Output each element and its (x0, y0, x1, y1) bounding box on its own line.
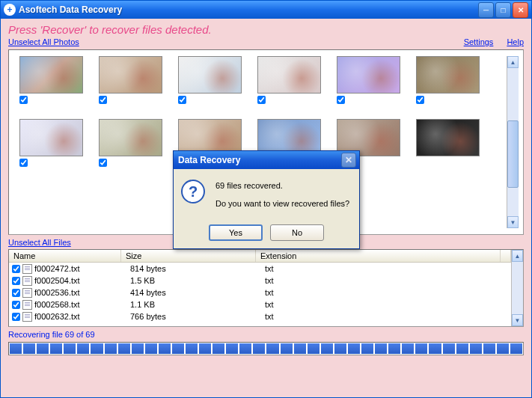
file-checkbox[interactable] (12, 313, 20, 321)
help-link[interactable]: Help (507, 37, 524, 46)
scroll-down-icon[interactable]: ▼ (512, 314, 523, 326)
dialog-line2: Do you want to view recovered files? (215, 198, 349, 209)
photo-item[interactable] (416, 119, 483, 167)
photo-checkbox[interactable] (257, 96, 266, 104)
photo-item[interactable] (99, 56, 166, 104)
yes-button[interactable]: Yes (209, 224, 263, 241)
file-name: f0002504.txt (34, 276, 130, 285)
file-name: f0002536.txt (34, 288, 130, 297)
scroll-thumb[interactable] (507, 120, 519, 188)
photo-item[interactable] (99, 119, 166, 167)
table-row[interactable]: f0002632.txt766 bytestxt (9, 310, 511, 322)
settings-link[interactable]: Settings (464, 37, 494, 46)
photo-thumbnail[interactable] (416, 56, 480, 94)
question-icon: ? (181, 180, 205, 203)
photo-thumbnail[interactable] (99, 56, 162, 94)
photo-thumbnail[interactable] (337, 56, 400, 94)
file-checkbox[interactable] (12, 265, 20, 273)
photo-thumbnail[interactable] (257, 56, 321, 94)
main-window: + Asoftech Data Recovery ─ □ ✕ Press 'Re… (0, 0, 532, 398)
dialog-message: 69 files recovered. Do you want to view … (215, 180, 349, 215)
file-name: f0002568.txt (34, 300, 130, 309)
photo-item[interactable] (337, 56, 404, 104)
file-name: f0002472.txt (34, 264, 130, 273)
file-panel: Name Size Extension f0002472.txt814 byte… (8, 249, 524, 327)
status-text: Recovering file 69 of 69 (8, 330, 524, 339)
file-table-header: Name Size Extension (9, 250, 511, 263)
dialog-titlebar: Data Recovery ✕ (174, 151, 359, 169)
photo-checkbox[interactable] (99, 159, 107, 167)
progress-bar (8, 342, 524, 355)
file-checkbox[interactable] (12, 289, 20, 297)
minimize-button[interactable]: ─ (478, 2, 494, 18)
photo-item[interactable] (178, 56, 245, 104)
file-icon (22, 276, 32, 286)
app-icon: + (4, 4, 16, 16)
file-icon (22, 312, 32, 322)
photo-checkbox[interactable] (19, 96, 28, 104)
file-scrollbar[interactable]: ▲ ▼ (511, 250, 523, 326)
recovery-dialog: Data Recovery ✕ ? 69 files recovered. Do… (173, 150, 360, 249)
file-size: 814 bytes (130, 264, 265, 273)
photo-thumbnail[interactable] (19, 56, 83, 94)
photo-item[interactable] (19, 119, 87, 167)
table-row[interactable]: f0002504.txt1.5 KBtxt (9, 275, 511, 287)
app-title: Asoftech Data Recovery (19, 4, 478, 15)
table-row[interactable]: f0002472.txt814 bytestxt (9, 263, 511, 275)
col-name[interactable]: Name (9, 250, 121, 262)
photo-scrollbar[interactable]: ▲ ▼ (507, 56, 519, 228)
maximize-button[interactable]: □ (495, 2, 511, 18)
file-ext: txt (265, 312, 511, 321)
file-size: 414 bytes (130, 288, 265, 297)
file-ext: txt (265, 264, 511, 273)
close-button[interactable]: ✕ (513, 2, 528, 18)
instruction-text: Press 'Recover' to recover files detecte… (8, 23, 524, 36)
unselect-files-link[interactable]: Unselect All Files (8, 238, 71, 247)
file-ext: txt (265, 300, 511, 309)
unselect-photos-link[interactable]: Unselect All Photos (8, 37, 79, 46)
dialog-close-button[interactable]: ✕ (341, 153, 356, 168)
file-icon (22, 288, 32, 298)
photo-thumbnail[interactable] (99, 119, 162, 156)
file-size: 766 bytes (130, 312, 265, 321)
scroll-down-icon[interactable]: ▼ (507, 216, 519, 228)
photo-thumbnail[interactable] (19, 119, 83, 156)
scroll-track[interactable] (507, 68, 519, 216)
file-icon (22, 264, 32, 274)
photo-checkbox[interactable] (99, 96, 107, 104)
file-icon (22, 300, 32, 310)
photo-checkbox[interactable] (337, 96, 345, 104)
table-row[interactable]: f0002536.txt414 bytestxt (9, 287, 511, 298)
photo-thumbnail[interactable] (416, 119, 480, 156)
photo-checkbox[interactable] (19, 159, 28, 167)
photo-checkbox[interactable] (178, 96, 186, 104)
file-size: 1.5 KB (130, 276, 265, 285)
no-button[interactable]: No (270, 224, 324, 241)
file-ext: txt (265, 288, 511, 297)
scroll-up-icon[interactable]: ▲ (507, 56, 519, 68)
photo-item[interactable] (416, 56, 483, 104)
file-checkbox[interactable] (12, 277, 20, 285)
photo-item[interactable] (19, 56, 87, 104)
photo-checkbox[interactable] (416, 96, 424, 104)
file-checkbox[interactable] (12, 301, 20, 309)
scroll-track[interactable] (512, 262, 523, 314)
col-size[interactable]: Size (121, 250, 256, 262)
col-spacer (501, 250, 511, 262)
photo-item[interactable] (257, 56, 325, 104)
file-name: f0002632.txt (34, 312, 130, 321)
file-size: 1.1 KB (130, 300, 265, 309)
file-ext: txt (265, 276, 511, 285)
photo-thumbnail[interactable] (178, 56, 242, 94)
table-row[interactable]: f0002568.txt1.1 KBtxt (9, 298, 511, 310)
scroll-up-icon[interactable]: ▲ (512, 250, 523, 262)
titlebar: + Asoftech Data Recovery ─ □ ✕ (1, 1, 531, 19)
col-ext[interactable]: Extension (256, 250, 501, 262)
dialog-title: Data Recovery (177, 155, 341, 165)
dialog-line1: 69 files recovered. (215, 180, 349, 192)
